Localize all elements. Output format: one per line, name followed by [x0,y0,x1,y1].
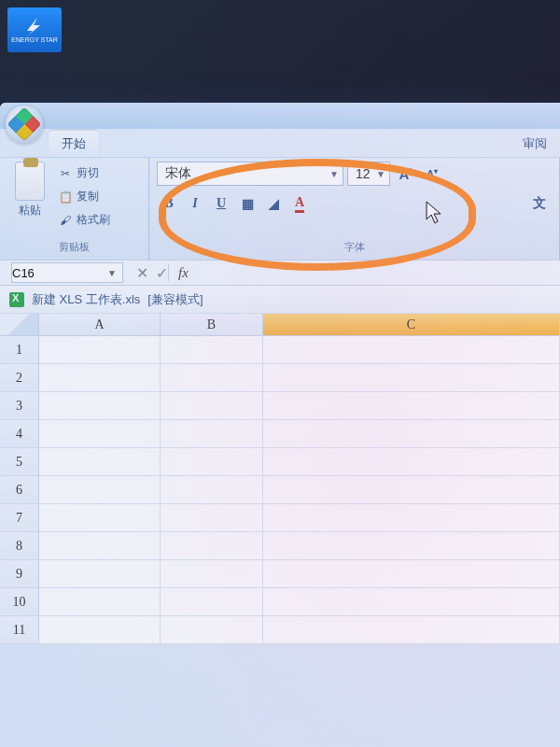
row-header[interactable]: 6 [0,476,39,504]
cell[interactable] [39,448,161,476]
clipboard-icon [15,162,45,201]
name-box[interactable]: C16 ▼ [11,262,123,283]
grow-font-button[interactable]: A▴ [394,162,418,186]
cell[interactable] [263,504,560,532]
cell[interactable] [39,560,161,588]
cancel-formula-icon[interactable]: ✕ [136,264,148,282]
cell[interactable] [161,560,263,588]
grid-row: 8 [0,532,560,560]
bucket-icon: ◢ [269,196,279,211]
ribbon-tabs: 开始 审阅 [0,129,560,157]
cell[interactable] [39,392,161,420]
cell[interactable] [39,336,161,364]
grid-row: 2 [0,364,560,392]
cell[interactable] [161,420,263,448]
tab-hidden-1[interactable] [101,134,131,157]
cell[interactable] [39,476,161,504]
cell[interactable] [39,420,161,448]
office-button[interactable] [6,106,43,143]
row-header[interactable]: 1 [0,336,39,364]
cell[interactable] [39,364,161,392]
cell[interactable] [161,616,263,644]
titlebar [0,103,560,129]
tab-review[interactable]: 审阅 [510,131,560,157]
cut-button[interactable]: ✂ 剪切 [56,163,112,183]
row-header[interactable]: 10 [0,588,39,616]
column-header-c[interactable]: C [263,314,560,335]
tab-hidden-3[interactable] [163,134,193,157]
cell[interactable] [263,588,560,616]
cell[interactable] [161,588,263,616]
select-all-corner[interactable] [0,314,39,335]
tab-home[interactable]: 开始 [49,131,99,157]
document-header: 新建 XLS 工作表.xls [兼容模式] [0,286,560,314]
cell[interactable] [263,532,560,560]
fill-color-button[interactable]: ◢ [261,191,286,216]
brush-icon: 🖌 [58,213,73,228]
row-header[interactable]: 7 [0,504,39,532]
row-header[interactable]: 11 [0,616,39,644]
cell[interactable] [161,336,263,364]
chevron-down-icon: ▼ [107,268,122,278]
cell[interactable] [263,336,560,364]
excel-file-icon [9,292,24,307]
format-painter-button[interactable]: 🖌 格式刷 [56,210,112,230]
font-color-button[interactable]: A [287,191,312,216]
cell[interactable] [263,420,560,448]
cell[interactable] [161,364,263,392]
chevron-down-icon: ▼ [376,169,385,179]
cell[interactable] [161,532,263,560]
phonetic-button[interactable]: 文 [527,191,552,216]
document-mode: [兼容模式] [147,291,203,308]
cell[interactable] [39,532,161,560]
cell[interactable] [39,504,161,532]
font-family-select[interactable]: 宋体 ▼ [157,162,343,186]
column-header-a[interactable]: A [39,314,161,335]
row-header[interactable]: 3 [0,392,39,420]
font-size-select[interactable]: 12 ▼ [347,162,390,186]
column-header-b[interactable]: B [161,314,263,335]
border-icon: ▦ [242,196,254,211]
cell[interactable] [161,448,263,476]
underline-button[interactable]: U [209,191,233,216]
row-header[interactable]: 2 [0,364,39,392]
grid-row: 10 [0,588,560,616]
cell[interactable] [39,616,161,644]
office-logo-icon [7,107,42,142]
clipboard-group: 粘贴 ✂ 剪切 📋 复制 🖌 格式刷 剪 [0,158,149,260]
row-header[interactable]: 5 [0,448,39,476]
font-group-label: 字体 [157,238,552,258]
fx-button[interactable]: fx [178,265,189,281]
bold-button[interactable]: B [157,191,181,216]
cell[interactable] [263,392,560,420]
grid-row: 7 [0,504,560,532]
shrink-font-button[interactable]: A▾ [420,162,444,186]
cell[interactable] [263,364,560,392]
row-header[interactable]: 8 [0,532,39,560]
paste-button[interactable]: 粘贴 [7,162,52,233]
excel-window: 开始 审阅 粘贴 ✂ 剪切 📋 复制 [0,103,560,747]
accept-formula-icon[interactable]: ✓ [156,264,168,282]
cell[interactable] [161,476,263,504]
grid-row: 1 [0,336,560,364]
clipboard-group-label: 剪贴板 [7,238,141,258]
italic-button[interactable]: I [183,191,207,216]
tab-hidden-2[interactable] [133,134,162,157]
cell[interactable] [263,616,560,644]
cell[interactable] [263,448,560,476]
copy-button[interactable]: 📋 复制 [56,187,112,206]
cell[interactable] [263,560,560,588]
scissors-icon: ✂ [58,166,73,181]
row-header[interactable]: 9 [0,560,39,588]
spreadsheet-grid: A B C 1234567891011 [0,314,560,644]
cell[interactable] [161,392,263,420]
grid-row: 6 [0,476,560,504]
cell[interactable] [39,588,161,616]
row-header[interactable]: 4 [0,420,39,448]
cell[interactable] [263,476,560,504]
document-filename: 新建 XLS 工作表.xls [32,291,140,308]
cell[interactable] [161,504,263,532]
border-button[interactable]: ▦ [235,191,259,216]
copy-icon: 📋 [58,190,73,204]
formula-bar: C16 ▼ ✕ ✓ fx [0,260,560,286]
